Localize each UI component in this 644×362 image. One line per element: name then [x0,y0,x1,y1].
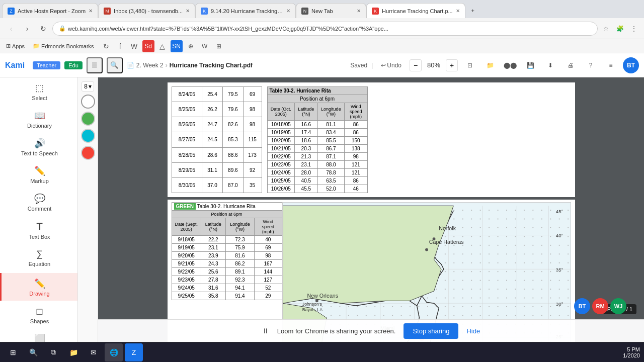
print-button[interactable]: 🖨 [562,57,579,73]
loom-sharing-bar: ⏸ Loom for Chrome is sharing your screen… [98,319,644,342]
help-button[interactable]: ? [583,57,599,73]
chrome-ext-1[interactable]: ↻ [100,40,112,52]
download-button[interactable]: ⬇ [542,57,558,73]
sidebar-item-eraser[interactable]: ⬜ Eraser [0,328,77,342]
table-cell: 127 [255,276,282,284]
avatar-bt[interactable]: BT [574,298,590,314]
bookmark-edmonds[interactable]: 📁 Edmonds Bookmarks [31,42,96,50]
sidebar-item-drawing[interactable]: ✏️ Drawing [0,273,77,301]
chrome-ext-5[interactable]: △ [156,40,169,52]
sidebar-item-tts[interactable]: 🔊 Text to Speech [0,133,77,160]
back-button[interactable]: ‹ [4,22,18,36]
tab-close-hurricane[interactable]: ✕ [286,8,290,14]
sidebar-item-comment[interactable]: 💬 Comment [0,188,77,216]
color-swatch-green[interactable] [81,112,95,126]
chrome-ext-4[interactable]: Sd [142,40,154,52]
tab-newtab[interactable]: N New Tab ✕ [296,3,366,18]
shapes-label: Shapes [30,318,49,324]
table-cell: 24.3 [201,260,225,268]
undo-button[interactable]: ↩ Undo [377,60,406,71]
table-cell: 79.5 [222,87,243,102]
chrome-ext-7[interactable]: ⊕ [185,40,197,52]
save-button[interactable]: 💾 [522,57,538,73]
stop-sharing-button[interactable]: Stop sharing [404,323,458,339]
pdf-page: 8/24/0525.479.569 8/25/0526.279.698 8/26… [98,77,644,342]
sidebar-toggle-button[interactable]: ☰ [87,57,103,73]
table-cell: 92.3 [225,276,254,284]
chrome-ext-8[interactable]: W [199,40,211,52]
loom-pause-icon: ⏸ [262,327,269,335]
tab-favicon-gmail: M [104,8,111,15]
table-cell: 45.5 [295,185,318,193]
textbox-label: Text Box [29,234,50,240]
table-cell: 8/24/05 [172,87,202,102]
tab-title-zoom: Active Hosts Report - Zoom [18,8,86,14]
teacher-label[interactable]: Teacher [33,61,60,69]
color-swatch-cyan[interactable] [81,129,95,143]
size-selector[interactable]: 8 ▾ [82,81,94,92]
tab-close-active[interactable]: ✕ [456,8,460,14]
table-cell: 40.5 [295,177,318,185]
start-button[interactable]: ⊞ [4,343,22,361]
table-cell: 31.1 [202,162,223,177]
sidebar-item-textbox[interactable]: T Text Box [0,216,77,244]
avatar-wj[interactable]: WJ [610,298,626,314]
refresh-button[interactable]: ↻ [36,22,50,36]
hide-button[interactable]: Hide [466,327,480,335]
table-cell: 23.1 [201,244,225,252]
fit-page-button[interactable]: ⊡ [462,57,478,73]
chrome-ext-2[interactable]: f [114,40,126,52]
mail-taskbar-button[interactable]: ✉ [85,343,103,361]
folder-button[interactable]: 📁 [482,57,498,73]
zoom-taskbar-button[interactable]: Z [125,343,143,361]
sidebar-item-dictionary[interactable]: 📖 Dictionary [0,105,77,133]
tab-gmail[interactable]: M Inbox (3,480) - townsendb... ✕ [98,3,195,18]
tab-close-gmail[interactable]: ✕ [186,8,190,14]
bookmark-star-icon[interactable]: ☆ [600,23,612,35]
zoom-out-button[interactable]: − [410,59,422,71]
sidebar-item-equation[interactable]: ∑ Equation [0,244,77,271]
task-view-button[interactable]: ⧉ [44,343,62,361]
file-explorer-button[interactable]: 📁 [64,343,83,361]
table-cell: 8/27/05 [172,132,202,147]
tab-hurricane[interactable]: K 9.14.20 Hurricane Tracking ... ✕ [195,3,296,18]
zoom-in-button[interactable]: + [446,59,458,71]
table-cell: 10/20/05 [267,137,295,145]
browser-taskbar-button[interactable]: 🌐 [105,343,123,361]
user-avatar[interactable]: BT [623,57,639,73]
color-swatch-white[interactable] [81,95,95,109]
chrome-ext-9[interactable]: ⊞ [213,40,225,52]
color-swatch-red[interactable] [81,146,95,160]
new-tab-button[interactable]: + [465,3,480,18]
table-cell: 25.4 [202,87,223,102]
chrome-ext-3[interactable]: W [128,40,140,52]
tables-section: 8/24/0525.479.569 8/25/0526.279.698 8/26… [168,82,575,197]
select-icon: ⬚ [35,82,44,94]
avatar-rm[interactable]: RM [592,298,608,314]
search-button[interactable]: 🔍 [107,57,123,73]
tab-zoom[interactable]: Z Active Hosts Report - Zoom ✕ [2,3,98,18]
address-bar[interactable]: 🔒 web.kamihq.com/web/viewer.html?state=%… [52,22,598,36]
edu-label[interactable]: Edu [64,61,83,69]
tab-active[interactable]: K Hurricane Tracking Chart.p... ✕ [366,3,465,18]
table-cell: 52 [255,284,282,292]
extensions-icon[interactable]: 🧩 [614,23,626,35]
share-button[interactable]: ⬤⬤ [502,57,518,73]
sidebar-item-select[interactable]: ⬚ Select [0,77,77,105]
chrome-ext-6[interactable]: SN [171,40,183,52]
menu-button[interactable]: ≡ [603,57,619,73]
forward-button[interactable]: › [20,22,34,36]
bookmark-apps[interactable]: ⊞ Apps [4,42,27,50]
col-lon: Longitude (°W) [317,103,345,121]
settings-icon[interactable]: ⋮ [628,23,640,35]
green-table-subheader: Position at 6pm [172,211,282,218]
svg-marker-20 [283,206,453,303]
pdf-scroll-area[interactable]: 8/24/0525.479.569 8/25/0526.279.698 8/26… [98,77,644,342]
tab-close-newtab[interactable]: ✕ [357,8,361,14]
tab-close-zoom[interactable]: ✕ [89,8,93,14]
table-cell: 25.6 [201,268,225,276]
table-cell: 20.3 [295,145,318,153]
sidebar-item-markup[interactable]: ✏️ Markup [0,160,77,188]
search-taskbar-button[interactable]: 🔍 [24,343,42,361]
sidebar-item-shapes[interactable]: ◻ Shapes [0,301,77,328]
